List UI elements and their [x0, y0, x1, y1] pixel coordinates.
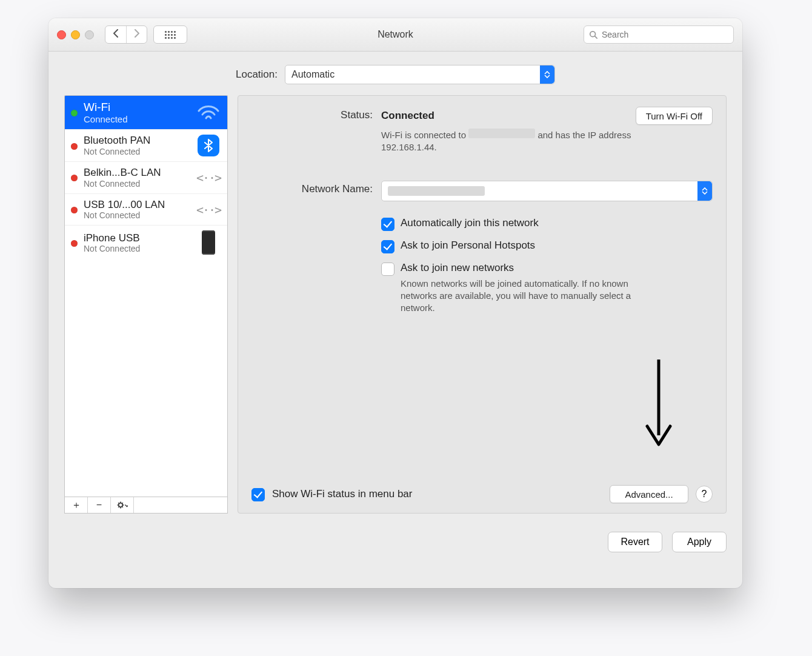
menu-bar-check-label: Show Wi-Fi status in menu bar — [272, 488, 412, 500]
footer: Revert Apply — [48, 524, 742, 552]
back-button[interactable] — [105, 26, 126, 43]
service-status: Not Connected — [84, 210, 190, 220]
check-label: Ask to join new networks — [401, 262, 514, 273]
status-label: Status: — [251, 107, 381, 121]
forward-button[interactable] — [126, 26, 147, 43]
location-popup[interactable]: Automatic — [285, 65, 555, 84]
help-button[interactable]: ? — [696, 486, 713, 503]
check-auto-join[interactable]: Automatically join this network — [381, 217, 713, 231]
svg-line-1 — [595, 36, 597, 39]
zoom-window-button[interactable] — [85, 30, 94, 39]
svg-point-2 — [118, 503, 122, 507]
status-dot — [71, 207, 78, 213]
service-status: Not Connected — [84, 179, 190, 189]
close-window-button[interactable] — [57, 30, 66, 39]
redacted-ssid — [468, 129, 535, 138]
status-dot — [71, 240, 78, 247]
service-name: iPhone USB — [84, 232, 190, 244]
detail-panel: Status: Connected Turn Wi-Fi Off Wi-Fi i… — [238, 95, 727, 514]
svg-line-8 — [122, 507, 122, 507]
checkbox[interactable] — [381, 240, 394, 253]
status-value: Connected — [381, 110, 434, 122]
network-name-popup[interactable] — [381, 181, 713, 201]
body: Wi-Fi Connected Bluetooth PAN — [48, 95, 742, 524]
nav-segment — [105, 25, 147, 44]
svg-line-9 — [122, 503, 122, 503]
status-dot — [71, 175, 78, 181]
service-item-belkin-lan[interactable]: Belkin...B-C LAN Not Connected <··> — [65, 162, 227, 194]
sidebar: Wi-Fi Connected Bluetooth PAN — [64, 95, 228, 514]
annotation-arrow-icon — [644, 356, 674, 447]
remove-service-button[interactable]: − — [88, 497, 111, 513]
titlebar: Network — [48, 18, 742, 52]
svg-line-7 — [118, 503, 119, 503]
ethernet-icon: <··> — [196, 170, 221, 185]
network-name-label: Network Name: — [251, 181, 381, 195]
check-ask-hotspots[interactable]: Ask to join Personal Hotspots — [381, 239, 713, 253]
check-label: Automatically join this network — [401, 217, 539, 229]
location-label: Location: — [236, 69, 278, 81]
service-status: Connected — [84, 114, 190, 124]
check-ask-new-networks[interactable]: Ask to join new networks Known networks … — [381, 262, 713, 315]
service-list: Wi-Fi Connected Bluetooth PAN — [64, 95, 228, 497]
check-hint: Known networks will be joined automatica… — [401, 278, 655, 315]
check-label: Ask to join Personal Hotspots — [401, 239, 535, 251]
search-input[interactable] — [601, 29, 728, 40]
sidebar-tools-spacer — [134, 497, 227, 513]
iphone-icon — [202, 230, 215, 255]
advanced-button[interactable]: Advanced... — [610, 485, 688, 503]
menu-bar-checkbox[interactable] — [251, 488, 265, 501]
search-icon — [589, 30, 597, 39]
service-status: Not Connected — [84, 244, 190, 253]
service-name: Belkin...B-C LAN — [84, 167, 190, 179]
window-controls — [57, 30, 94, 39]
wifi-icon — [196, 105, 221, 121]
redacted-network-name — [388, 186, 485, 196]
bluetooth-icon — [198, 135, 219, 156]
ethernet-icon: <··> — [196, 202, 221, 217]
service-item-usb-lan[interactable]: USB 10/...00 LAN Not Connected <··> — [65, 194, 227, 226]
checkbox[interactable] — [381, 263, 394, 276]
apply-button[interactable]: Apply — [672, 532, 727, 552]
service-name: Wi-Fi — [84, 101, 190, 114]
status-description: Wi-Fi is connected to and has the IP add… — [381, 129, 636, 154]
stepper-icon — [697, 181, 712, 201]
service-name: Bluetooth PAN — [84, 135, 190, 147]
service-item-wifi[interactable]: Wi-Fi Connected — [65, 96, 227, 130]
network-preferences-window: Network Location: Automatic — [48, 18, 742, 588]
location-value: Automatic — [291, 69, 334, 80]
toggle-wifi-button[interactable]: Turn Wi-Fi Off — [636, 107, 713, 125]
sidebar-tools: ＋ − — [64, 497, 228, 514]
minimize-window-button[interactable] — [71, 30, 80, 39]
add-service-button[interactable]: ＋ — [65, 497, 88, 513]
svg-line-10 — [118, 507, 119, 507]
service-item-bluetooth-pan[interactable]: Bluetooth PAN Not Connected — [65, 130, 227, 162]
service-status: Not Connected — [84, 147, 190, 156]
location-row: Location: Automatic — [48, 52, 742, 95]
revert-button[interactable]: Revert — [608, 532, 662, 552]
gear-icon — [117, 501, 128, 509]
status-dot — [71, 110, 78, 116]
checkbox[interactable] — [381, 218, 394, 231]
stepper-icon — [540, 65, 554, 84]
status-dot — [71, 143, 78, 150]
service-actions-button[interactable] — [111, 497, 134, 513]
grid-icon — [165, 31, 176, 39]
show-all-button[interactable] — [153, 25, 187, 44]
service-name: USB 10/...00 LAN — [84, 199, 190, 211]
search-field[interactable] — [584, 25, 734, 44]
service-item-iphone-usb[interactable]: iPhone USB Not Connected — [65, 226, 227, 259]
